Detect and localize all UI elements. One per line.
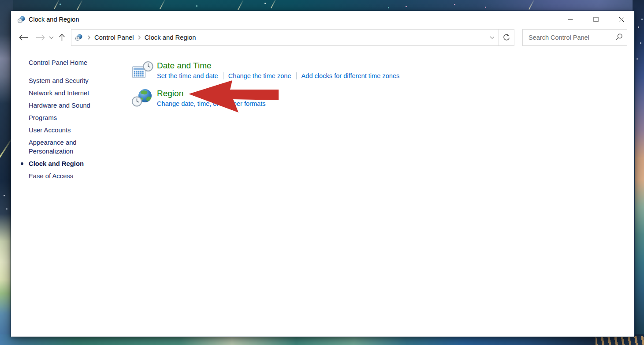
star [640,42,641,44]
sidebar-item-clock-and-region[interactable]: Clock and Region [29,159,106,168]
active-item-bullet [21,162,23,165]
titlebar: Clock and Region [11,11,634,28]
link-separator [223,72,223,79]
star [60,4,61,5]
address-dropdown-chevron-icon[interactable] [485,30,499,45]
star [406,6,407,7]
breadcrumb-chevron-icon[interactable] [88,35,90,40]
sidebar-item-ease-of-access[interactable]: Ease of Access [29,172,106,180]
star [4,195,5,196]
search-box [522,29,627,46]
main-content: Date and Time Set the time and date Chan… [132,60,399,116]
star [454,4,455,5]
region-icon[interactable] [132,88,154,107]
magnifier-icon[interactable] [615,33,623,42]
close-button[interactable] [609,11,634,28]
caption-buttons [558,11,634,28]
back-arrow-icon[interactable] [19,34,28,41]
link-change-time-zone[interactable]: Change the time zone [228,72,291,80]
sidebar-item-control-panel-home[interactable]: Control Panel Home [29,58,106,67]
search-input[interactable] [528,34,615,41]
star [638,26,639,28]
up-arrow-icon[interactable] [59,34,65,41]
control-panel-icon [75,34,82,41]
control-panel-window: Clock and Region [11,11,635,337]
region-heading[interactable]: Region [157,88,266,98]
section-region: Region Change date, time, or number form… [132,88,399,108]
maximize-button[interactable] [583,11,609,28]
star [196,5,197,7]
sidebar-item-label: Clock and Region [29,160,84,167]
region-links: Change date, time, or number formats [157,100,266,108]
sidebar-item-user-accounts[interactable]: User Accounts [29,126,106,135]
star [637,58,638,60]
breadcrumb-control-panel[interactable]: Control Panel [93,34,136,41]
link-change-date-time-number-formats[interactable]: Change date, time, or number formats [157,100,266,108]
chevron-down-icon[interactable] [49,36,54,39]
breadcrumb-clock-and-region[interactable]: Clock and Region [143,34,198,41]
link-separator [296,72,297,79]
refresh-icon[interactable] [499,29,514,46]
breadcrumb-chevron-icon[interactable] [138,35,141,40]
sidebar-item-system-and-security[interactable]: System and Security [29,76,106,85]
star [485,7,486,8]
sidebar-item-appearance-and-personalization[interactable]: Appearance and Personalization [29,138,106,156]
star [388,7,389,8]
star [641,19,643,20]
window-title: Clock and Region [29,16,79,23]
star [6,208,7,210]
sidebar: Control Panel Home System and Security N… [29,58,106,184]
sidebar-item-network-and-internet[interactable]: Network and Internet [29,89,106,98]
date-and-time-links: Set the time and date Change the time zo… [157,72,399,80]
clock-region-icon [18,16,25,23]
sidebar-item-hardware-and-sound[interactable]: Hardware and Sound [29,101,106,110]
date-and-time-heading[interactable]: Date and Time [157,60,399,71]
forward-arrow-icon[interactable] [36,34,45,41]
link-set-time-and-date[interactable]: Set the time and date [157,72,218,80]
date-time-icon[interactable] [132,60,154,79]
link-add-clocks[interactable]: Add clocks for different time zones [302,72,400,80]
wallpaper-bridge-silhouette [596,336,644,345]
sidebar-item-programs[interactable]: Programs [29,113,106,122]
address-bar[interactable]: Control Panel Clock and Region [71,29,499,46]
star [264,3,266,4]
minimize-button[interactable] [558,11,583,28]
section-date-and-time: Date and Time Set the time and date Chan… [132,60,399,80]
navigation-toolbar: Control Panel Clock and Region [11,28,634,50]
